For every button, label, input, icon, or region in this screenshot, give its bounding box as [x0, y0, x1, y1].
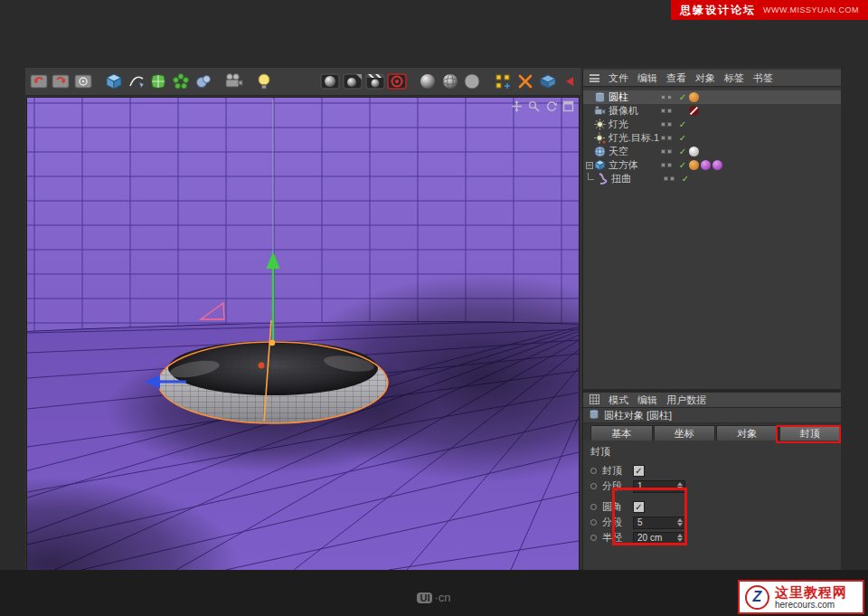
- site-logo-box: Z 这里教程网 herecours.com: [738, 580, 864, 614]
- enabled-check-icon[interactable]: ✓: [679, 174, 692, 184]
- am-menu-edit[interactable]: 编辑: [637, 393, 657, 407]
- visibility-dots[interactable]: [661, 136, 676, 140]
- picture-viewer-icon[interactable]: [342, 70, 363, 94]
- om-menu-file[interactable]: 文件: [609, 71, 628, 85]
- stepper-arrows-icon[interactable]: [677, 534, 683, 542]
- subdivision-surface-icon[interactable]: [147, 70, 169, 94]
- object-row-twist[interactable]: 扭曲 ✓: [583, 172, 841, 185]
- enabled-check-icon[interactable]: ✓: [676, 119, 689, 129]
- om-menu-bookmarks[interactable]: 书签: [753, 71, 773, 85]
- deformed-cylinder-object[interactable]: [158, 341, 388, 423]
- collapse-minus-icon[interactable]: −: [586, 162, 593, 169]
- metaball-icon[interactable]: [193, 70, 214, 94]
- cap-segments-label: 分段: [602, 479, 626, 493]
- toolbar-separator: [214, 70, 222, 94]
- add-cube-icon[interactable]: [103, 70, 125, 94]
- maximize-icon[interactable]: [562, 100, 574, 112]
- snap-icon[interactable]: [492, 70, 514, 94]
- object-row-light-target[interactable]: 灯光.目标.1 ✓: [583, 131, 841, 145]
- array-icon[interactable]: [170, 70, 192, 94]
- object-label: 摄像机: [609, 104, 661, 118]
- stepper-arrows-icon[interactable]: [677, 518, 683, 526]
- tab-coordinates[interactable]: 坐标: [654, 425, 716, 441]
- enabled-check-icon[interactable]: ✓: [676, 147, 689, 156]
- shading-sphere-3-icon[interactable]: [462, 70, 484, 94]
- render-view-icon[interactable]: [319, 70, 341, 94]
- visibility-dots[interactable]: [661, 109, 676, 113]
- pan-icon[interactable]: [511, 100, 523, 112]
- undo-icon[interactable]: [28, 70, 50, 94]
- spline-pen-icon[interactable]: [126, 70, 147, 94]
- fillet-row: 圆角 ✓: [589, 499, 841, 515]
- fillet-segments-row: 分段 5: [589, 515, 841, 530]
- zoom-icon[interactable]: [528, 100, 540, 112]
- anim-dot[interactable]: [590, 483, 597, 489]
- om-menu-edit[interactable]: 编辑: [637, 71, 657, 85]
- object-label: 立方体: [609, 158, 661, 172]
- visibility-dots[interactable]: [661, 149, 676, 154]
- object-row-cube[interactable]: − 立方体 ✓: [583, 158, 841, 172]
- history-icon[interactable]: [72, 70, 94, 94]
- redo-icon[interactable]: [51, 70, 72, 94]
- fillet-checkbox[interactable]: ✓: [633, 501, 645, 513]
- cap-segments-field[interactable]: 1: [633, 480, 685, 493]
- enabled-check-icon[interactable]: ✓: [676, 160, 689, 170]
- shading-sphere-1-icon[interactable]: [417, 70, 439, 94]
- twist-icon: [596, 173, 609, 185]
- phong-tag-icon[interactable]: [689, 160, 699, 170]
- enabled-check-icon[interactable]: ✓: [676, 92, 689, 102]
- toolbar-separator: [245, 70, 252, 94]
- material-tag-icon[interactable]: [712, 160, 722, 170]
- anim-dot[interactable]: [590, 535, 597, 541]
- tab-basic[interactable]: 基本: [590, 425, 653, 441]
- site-logo-title: 这里教程网: [775, 584, 847, 600]
- attribute-manager: 模式 编辑 用户数据 圆柱对象 [圆柱] 基本 坐标 对象 封顶 封顶 封顶 ✓: [583, 393, 841, 570]
- main-toolbar: [25, 68, 580, 96]
- anim-dot[interactable]: [590, 519, 597, 526]
- axis-lock-icon[interactable]: [514, 70, 536, 94]
- object-row-sky[interactable]: 天空 ✓: [583, 145, 841, 158]
- cinema4d-window: 文件 编辑 查看 对象 标签 书签 圆柱 ✓ 摄像机: [25, 68, 841, 570]
- object-row-cylinder[interactable]: 圆柱 ✓: [583, 90, 841, 104]
- phong-tag-icon[interactable]: [689, 92, 699, 102]
- expander-icon[interactable]: −: [585, 162, 593, 169]
- tab-object[interactable]: 对象: [716, 425, 778, 441]
- object-row-camera[interactable]: 摄像机: [583, 104, 841, 118]
- panel-menu-icon[interactable]: [590, 74, 599, 82]
- cylinder-icon: [593, 91, 606, 103]
- radius-field[interactable]: 20 cm: [633, 532, 685, 545]
- render-settings-icon[interactable]: [364, 70, 386, 94]
- visibility-dots[interactable]: [661, 122, 676, 127]
- workplane-icon[interactable]: [537, 70, 559, 94]
- shading-sphere-2-icon[interactable]: [439, 70, 461, 94]
- camera-icon[interactable]: [223, 70, 245, 94]
- om-menu-object[interactable]: 对象: [695, 71, 715, 85]
- anim-dot[interactable]: [590, 504, 597, 510]
- material-tag-icon[interactable]: [689, 147, 699, 156]
- 3d-viewport[interactable]: [27, 98, 579, 570]
- am-menu-userdata[interactable]: 用户数据: [666, 393, 706, 407]
- visibility-dots[interactable]: [664, 176, 679, 181]
- anim-dot[interactable]: [590, 468, 597, 474]
- om-menu-tags[interactable]: 标签: [724, 71, 744, 85]
- protection-tag-icon[interactable]: [689, 106, 699, 116]
- collapse-panel-icon[interactable]: [559, 70, 580, 94]
- enabled-check-icon[interactable]: ✓: [676, 133, 689, 143]
- material-tag-icon[interactable]: [701, 160, 711, 170]
- object-label: 圆柱: [609, 90, 661, 104]
- visibility-dots[interactable]: [661, 163, 676, 167]
- tab-caps[interactable]: 封顶: [779, 425, 842, 441]
- am-menu-mode[interactable]: 模式: [609, 393, 628, 407]
- attribute-manager-menubar: 模式 编辑 用户数据: [583, 393, 841, 408]
- interactive-render-icon[interactable]: [386, 70, 408, 94]
- object-row-light[interactable]: 灯光 ✓: [583, 118, 841, 131]
- rotate-icon[interactable]: [545, 100, 557, 112]
- visibility-dots[interactable]: [661, 95, 676, 100]
- grid-icon[interactable]: [590, 394, 599, 406]
- light-icon[interactable]: [253, 70, 275, 94]
- caps-checkbox[interactable]: ✓: [633, 465, 645, 477]
- viewport-canvas[interactable]: [27, 98, 579, 570]
- fillet-segments-field[interactable]: 5: [633, 516, 685, 529]
- stepper-arrows-icon[interactable]: [677, 482, 683, 490]
- om-menu-view[interactable]: 查看: [666, 71, 686, 85]
